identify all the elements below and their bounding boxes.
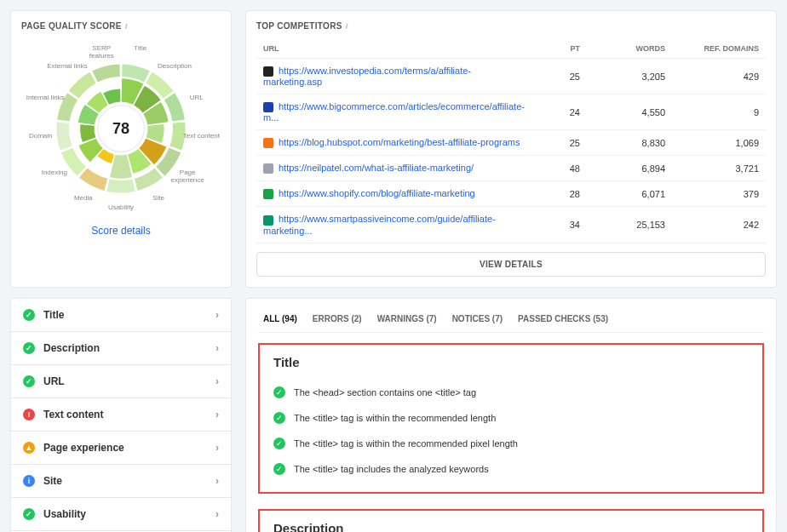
donut-label: Usability — [100, 204, 142, 212]
cell-ref: 379 — [672, 181, 766, 207]
sidebar-item-title[interactable]: ✓Title› — [10, 298, 232, 332]
donut-label: External links — [46, 63, 89, 71]
cell-words: 8,830 — [587, 130, 672, 156]
chevron-right-icon: › — [215, 375, 219, 387]
cell-pt: 48 — [536, 156, 587, 181]
ok-icon: ✓ — [23, 309, 35, 321]
cell-pt: 34 — [536, 207, 587, 243]
cell-words: 6,071 — [587, 181, 672, 207]
tab-passed[interactable]: PASSED CHECKS (53) — [518, 314, 608, 323]
top-competitors-title: TOP COMPETITORS i — [256, 21, 766, 31]
donut-label: Page experience — [166, 169, 209, 185]
page-quality-title: PAGE QUALITY SCORE i — [21, 21, 221, 31]
warn-icon: ▲ — [23, 442, 35, 454]
section-title: Description — [273, 521, 749, 532]
check-row: ✓The <title> tag is within the recommend… — [273, 431, 749, 456]
checks-sidebar: ✓Title›✓Description›✓URL›!Text content›▲… — [10, 298, 232, 532]
sidebar-item-text-content[interactable]: !Text content› — [10, 398, 232, 432]
view-details-button[interactable]: VIEW DETAILS — [256, 252, 766, 277]
sidebar-item-usability[interactable]: ✓Usability› — [10, 497, 232, 531]
table-row: https://www.smartpassiveincome.com/guide… — [256, 207, 766, 243]
ok-icon: ✓ — [23, 508, 35, 520]
check-ok-icon: ✓ — [273, 386, 285, 398]
table-row: https://www.shopify.com/blog/affiliate-m… — [256, 181, 766, 207]
chevron-right-icon: › — [215, 409, 219, 420]
col-words: WORDS — [587, 39, 672, 59]
donut-label: Title — [119, 45, 162, 53]
tab-notices[interactable]: NOTICES (7) — [452, 314, 503, 323]
sidebar-item-label: Usability — [43, 508, 86, 520]
donut-label: Description — [153, 63, 196, 71]
table-row: https://neilpatel.com/what-is-affiliate-… — [256, 156, 766, 181]
favicon-icon — [263, 215, 273, 226]
quality-score-value: 78 — [112, 120, 129, 138]
donut-label: Domain — [20, 133, 62, 140]
favicon-icon — [263, 189, 273, 199]
sidebar-item-label: Site — [43, 475, 62, 487]
cell-ref: 429 — [672, 59, 766, 94]
cell-ref: 1,069 — [672, 130, 766, 156]
table-row: https://www.investopedia.com/terms/a/aff… — [256, 59, 766, 94]
favicon-icon — [263, 163, 273, 174]
tab-all[interactable]: ALL (94) — [263, 314, 297, 323]
cell-ref: 242 — [672, 207, 766, 243]
page-quality-title-text: PAGE QUALITY SCORE — [21, 21, 122, 31]
table-row: https://www.bigcommerce.com/articles/eco… — [256, 94, 766, 130]
cell-words: 25,153 — [587, 207, 672, 243]
info-icon[interactable]: i — [125, 22, 128, 31]
check-text: The <title> tag includes the analyzed ke… — [294, 464, 489, 474]
sidebar-item-label: Page experience — [43, 442, 124, 454]
cell-pt: 28 — [536, 181, 587, 207]
chevron-right-icon: › — [215, 442, 219, 454]
sidebar-item-page-experience[interactable]: ▲Page experience› — [10, 431, 232, 465]
donut-label: Indexing — [33, 169, 76, 177]
competitor-url-link[interactable]: https://blog.hubspot.com/marketing/best-… — [279, 137, 520, 147]
info-icon: i — [23, 475, 35, 487]
info-icon[interactable]: i — [346, 22, 348, 31]
check-text: The <title> tag is within the recommende… — [294, 438, 518, 449]
sidebar-item-url[interactable]: ✓URL› — [10, 364, 232, 398]
chevron-right-icon: › — [215, 342, 219, 354]
col-url: URL — [256, 39, 536, 59]
tab-errors[interactable]: ERRORS (2) — [313, 314, 362, 323]
sidebar-item-description[interactable]: ✓Description› — [10, 331, 232, 365]
chevron-right-icon: › — [215, 508, 219, 520]
donut-label: URL — [175, 94, 218, 102]
sidebar-item-site[interactable]: iSite› — [10, 464, 232, 498]
cell-pt: 24 — [536, 94, 587, 130]
competitors-table: URL PT WORDS REF. DOMAINS https://www.in… — [256, 39, 766, 243]
checks-section-title: Title✓The <head> section contains one <t… — [258, 343, 764, 494]
cell-words: 6,894 — [587, 156, 672, 181]
competitor-url-link[interactable]: https://www.smartpassiveincome.com/guide… — [263, 214, 496, 235]
competitor-url-link[interactable]: https://www.shopify.com/blog/affiliate-m… — [279, 188, 475, 198]
page-quality-panel: PAGE QUALITY SCORE i 78 TitleDescription… — [10, 10, 232, 288]
competitor-url-link[interactable]: https://www.investopedia.com/terms/a/aff… — [263, 66, 471, 87]
check-ok-icon: ✓ — [273, 412, 285, 424]
cell-ref: 9 — [672, 94, 766, 130]
check-ok-icon: ✓ — [273, 463, 285, 475]
table-row: https://blog.hubspot.com/marketing/best-… — [256, 130, 766, 156]
cell-pt: 25 — [536, 130, 587, 156]
cell-ref: 3,721 — [672, 156, 766, 181]
favicon-icon — [263, 66, 273, 77]
ok-icon: ✓ — [23, 342, 35, 354]
tab-warnings[interactable]: WARNINGS (7) — [377, 314, 437, 323]
donut-label: Text content — [180, 133, 222, 140]
sidebar-item-label: Description — [43, 342, 100, 354]
section-title: Title — [273, 355, 749, 369]
top-competitors-panel: TOP COMPETITORS i URL PT WORDS REF. DOMA… — [245, 10, 777, 288]
cell-pt: 25 — [536, 59, 587, 94]
sidebar-item-label: Text content — [43, 409, 103, 420]
check-row: ✓The <head> section contains one <title>… — [273, 380, 749, 405]
check-ok-icon: ✓ — [273, 438, 285, 449]
ok-icon: ✓ — [23, 375, 35, 387]
favicon-icon — [263, 138, 273, 148]
cell-words: 4,550 — [587, 94, 672, 130]
score-details-link[interactable]: Score details — [21, 225, 221, 237]
sidebar-item-label: Title — [43, 309, 64, 321]
quality-donut-chart: 78 TitleDescriptionURLText contentPage e… — [32, 39, 210, 218]
chevron-right-icon: › — [215, 475, 219, 487]
competitor-url-link[interactable]: https://neilpatel.com/what-is-affiliate-… — [279, 163, 474, 173]
error-icon: ! — [23, 409, 35, 420]
competitor-url-link[interactable]: https://www.bigcommerce.com/articles/eco… — [263, 101, 525, 123]
